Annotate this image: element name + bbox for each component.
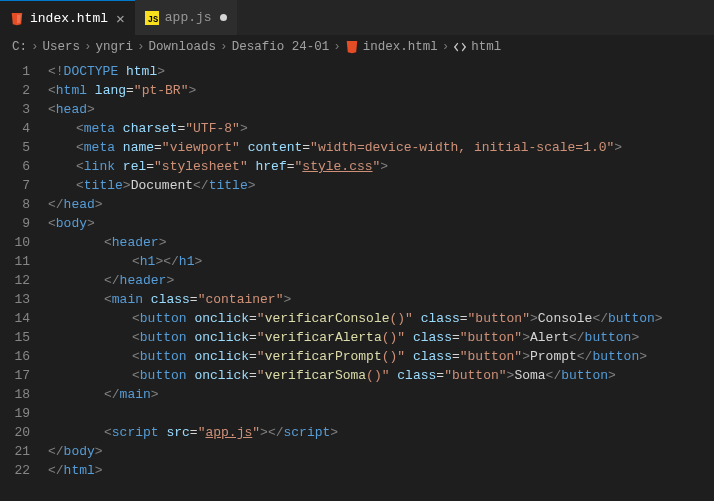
- html-icon: [10, 12, 24, 26]
- line-number: 8: [0, 195, 30, 214]
- line-number: 3: [0, 100, 30, 119]
- breadcrumb[interactable]: C:› Users› yngri› Downloads› Desafio 24-…: [0, 36, 714, 58]
- breadcrumb-part[interactable]: Desafio 24-01: [232, 40, 330, 54]
- js-icon: JS: [145, 11, 159, 25]
- line-number: 12: [0, 271, 30, 290]
- close-icon[interactable]: ×: [116, 11, 125, 26]
- tab-bar: index.html × JS app.js: [0, 0, 714, 36]
- breadcrumb-part[interactable]: yngri: [96, 40, 134, 54]
- chevron-right-icon: ›: [137, 40, 145, 54]
- chevron-right-icon: ›: [220, 40, 228, 54]
- breadcrumb-part[interactable]: Users: [43, 40, 81, 54]
- line-number: 4: [0, 119, 30, 138]
- line-number: 2: [0, 81, 30, 100]
- breadcrumb-file[interactable]: index.html: [363, 40, 438, 54]
- editor[interactable]: 12345678910111213141516171819202122 <!DO…: [0, 58, 714, 484]
- tab-app-js[interactable]: JS app.js: [135, 0, 237, 35]
- line-number: 18: [0, 385, 30, 404]
- line-number: 7: [0, 176, 30, 195]
- line-number: 13: [0, 290, 30, 309]
- modified-dot-icon: [220, 14, 227, 21]
- code-area[interactable]: <!DOCTYPE html> <html lang="pt-BR"> <hea…: [48, 58, 663, 484]
- line-number: 1: [0, 62, 30, 81]
- line-number: 15: [0, 328, 30, 347]
- line-number: 21: [0, 442, 30, 461]
- breadcrumb-part[interactable]: Downloads: [149, 40, 217, 54]
- breadcrumb-part[interactable]: C:: [12, 40, 27, 54]
- code-icon: [453, 40, 467, 54]
- tab-label: index.html: [30, 11, 108, 26]
- breadcrumb-symbol[interactable]: html: [471, 40, 501, 54]
- chevron-right-icon: ›: [84, 40, 92, 54]
- line-gutter: 12345678910111213141516171819202122: [0, 58, 48, 484]
- line-number: 20: [0, 423, 30, 442]
- line-number: 9: [0, 214, 30, 233]
- line-number: 5: [0, 138, 30, 157]
- line-number: 10: [0, 233, 30, 252]
- line-number: 22: [0, 461, 30, 480]
- chevron-right-icon: ›: [442, 40, 450, 54]
- chevron-right-icon: ›: [31, 40, 39, 54]
- svg-text:JS: JS: [147, 15, 158, 25]
- html-icon: [345, 40, 359, 54]
- line-number: 6: [0, 157, 30, 176]
- tab-index-html[interactable]: index.html ×: [0, 0, 135, 36]
- line-number: 16: [0, 347, 30, 366]
- line-number: 17: [0, 366, 30, 385]
- line-number: 11: [0, 252, 30, 271]
- chevron-right-icon: ›: [333, 40, 341, 54]
- line-number: 14: [0, 309, 30, 328]
- tab-label: app.js: [165, 10, 212, 25]
- line-number: 19: [0, 404, 30, 423]
